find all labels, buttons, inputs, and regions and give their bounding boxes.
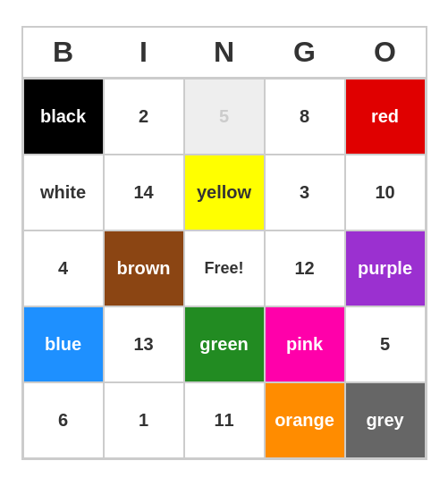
bingo-cell-r4-c3[interactable]: orange bbox=[265, 382, 345, 458]
bingo-cell-r4-c1[interactable]: 1 bbox=[104, 382, 184, 458]
header-letter-i: I bbox=[104, 28, 184, 77]
bingo-cell-r3-c3[interactable]: pink bbox=[265, 306, 345, 382]
bingo-cell-r2-c0[interactable]: 4 bbox=[23, 230, 104, 306]
bingo-cell-r1-c1[interactable]: 14 bbox=[104, 155, 184, 230]
bingo-cell-r1-c0[interactable]: white bbox=[23, 155, 104, 230]
bingo-cell-r3-c1[interactable]: 13 bbox=[104, 306, 184, 382]
bingo-cell-r2-c2[interactable]: Free! bbox=[184, 230, 265, 306]
header-letter-n: N bbox=[184, 28, 265, 77]
bingo-cell-r3-c4[interactable]: 5 bbox=[345, 306, 426, 382]
bingo-cell-r2-c3[interactable]: 12 bbox=[265, 230, 345, 306]
bingo-cell-r4-c0[interactable]: 6 bbox=[23, 382, 104, 458]
bingo-cell-r3-c2[interactable]: green bbox=[184, 306, 265, 382]
bingo-card: BINGO black258redwhite14yellow3104brownF… bbox=[21, 26, 427, 460]
bingo-cell-r0-c0[interactable]: black bbox=[23, 79, 104, 155]
bingo-header: BINGO bbox=[23, 28, 426, 77]
bingo-cell-r1-c3[interactable]: 3 bbox=[265, 155, 345, 230]
bingo-cell-r1-c2[interactable]: yellow bbox=[184, 155, 265, 230]
bingo-cell-r0-c1[interactable]: 2 bbox=[104, 79, 184, 155]
bingo-cell-r2-c1[interactable]: brown bbox=[104, 230, 184, 306]
bingo-cell-r0-c3[interactable]: 8 bbox=[265, 79, 345, 155]
bingo-cell-r2-c4[interactable]: purple bbox=[345, 230, 426, 306]
header-letter-b: B bbox=[23, 28, 104, 77]
bingo-cell-r0-c2[interactable]: 5 bbox=[184, 79, 265, 155]
bingo-cell-r1-c4[interactable]: 10 bbox=[345, 155, 426, 230]
bingo-cell-r3-c0[interactable]: blue bbox=[23, 306, 104, 382]
bingo-cell-r4-c4[interactable]: grey bbox=[345, 382, 426, 458]
header-letter-g: G bbox=[265, 28, 345, 77]
bingo-grid: black258redwhite14yellow3104brownFree!12… bbox=[23, 77, 426, 458]
bingo-cell-r0-c4[interactable]: red bbox=[345, 79, 426, 155]
header-letter-o: O bbox=[345, 28, 426, 77]
bingo-cell-r4-c2[interactable]: 11 bbox=[184, 382, 265, 458]
